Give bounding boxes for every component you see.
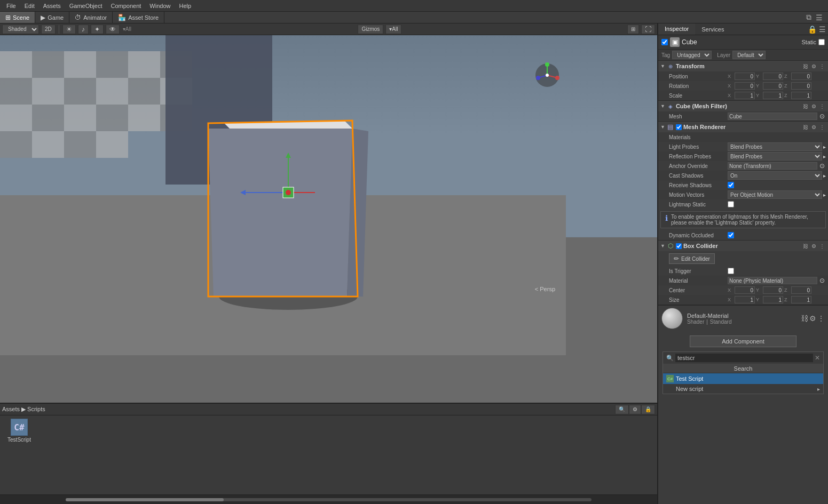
- material-settings-icon[interactable]: ⚙: [809, 314, 816, 323]
- mr-link-icon[interactable]: ⛓: [802, 124, 809, 130]
- layer-select[interactable]: Default: [732, 51, 766, 59]
- dropdown-clear-icon[interactable]: ✕: [813, 354, 822, 362]
- tab-game[interactable]: ▶ Game: [35, 12, 69, 23]
- scale-x-input[interactable]: [735, 92, 755, 99]
- mesh-renderer-header[interactable]: ▼ ▤ Mesh Renderer ⛓ ⚙ ⋮: [658, 122, 828, 132]
- anchor-select-icon[interactable]: ⊙: [818, 162, 826, 170]
- motion-vectors-select[interactable]: Per Object Motion: [728, 190, 822, 199]
- position-z-input[interactable]: [791, 73, 811, 80]
- lightmap-static-checkbox[interactable]: [728, 201, 734, 207]
- transform-link-icon[interactable]: ⛓: [802, 63, 809, 69]
- mesh-filter-link-icon[interactable]: ⛓: [802, 103, 809, 109]
- asset-scrollbar[interactable]: [0, 494, 657, 504]
- edit-collider-btn[interactable]: ✏ Edit Collider: [669, 253, 715, 264]
- mesh-select-icon[interactable]: ⊙: [818, 113, 826, 120]
- menu-assets[interactable]: Assets: [39, 2, 65, 10]
- transform-settings-icon[interactable]: ⚙: [810, 63, 817, 69]
- asset-options-btn[interactable]: ⚙: [629, 405, 641, 414]
- size-z-input[interactable]: [791, 296, 811, 303]
- scale-z-input[interactable]: [791, 92, 811, 99]
- material-overflow-icon[interactable]: ⋮: [817, 314, 825, 323]
- tag-select[interactable]: Untagged: [672, 51, 712, 59]
- layout-btn[interactable]: ⊞: [627, 25, 639, 34]
- bc-overflow-icon[interactable]: ⋮: [818, 243, 826, 249]
- dropdown-item-new-script[interactable]: New script ▸: [663, 384, 823, 394]
- hidden-btn[interactable]: 👁: [106, 25, 120, 34]
- dynamic-occluded-checkbox[interactable]: [728, 232, 734, 238]
- center-y-input[interactable]: [763, 286, 783, 294]
- receive-shadows-checkbox[interactable]: [728, 182, 734, 188]
- overflow-icon[interactable]: ☰: [814, 13, 825, 22]
- all-btn[interactable]: ▾All: [385, 25, 401, 34]
- asset-item-testscript[interactable]: C# TestScript: [3, 419, 35, 443]
- audio-btn[interactable]: ♪: [78, 25, 89, 34]
- bc-link-icon[interactable]: ⛓: [802, 243, 809, 249]
- bc-settings-icon[interactable]: ⚙: [810, 243, 817, 249]
- static-checkbox[interactable]: [818, 39, 825, 45]
- light-probes-label: Light Probes: [669, 144, 728, 150]
- tab-asset-store[interactable]: 🏪 Asset Store: [113, 12, 164, 23]
- light-btn[interactable]: ☀: [62, 25, 76, 34]
- material-link-icon[interactable]: ⛓: [801, 314, 808, 323]
- object-active-checkbox[interactable]: [661, 39, 668, 45]
- box-collider-header[interactable]: ▼ ⬡ Box Collider ⛓ ⚙ ⋮: [658, 241, 828, 251]
- mesh-filter-overflow-icon[interactable]: ⋮: [818, 103, 826, 109]
- motion-vectors-label: Motion Vectors: [669, 192, 728, 198]
- dropdown-item-testscript[interactable]: C# Test Script: [663, 373, 823, 384]
- asset-search-btn[interactable]: 🔍: [615, 405, 629, 414]
- position-y-input[interactable]: [763, 73, 783, 80]
- svg-rect-2: [0, 51, 32, 78]
- center-x-input[interactable]: [735, 286, 755, 294]
- tab-services[interactable]: Services: [695, 23, 730, 35]
- menu-file[interactable]: File: [2, 2, 20, 10]
- asset-lock-btn[interactable]: 🔒: [641, 405, 655, 414]
- dropdown-search-input[interactable]: [675, 354, 813, 362]
- anchor-override-input[interactable]: [728, 162, 817, 170]
- gizmos-btn[interactable]: Gizmos: [358, 25, 383, 34]
- mr-settings-icon[interactable]: ⚙: [810, 124, 817, 130]
- vfx-btn[interactable]: ✦: [91, 25, 104, 34]
- cast-shadows-select[interactable]: On: [728, 171, 822, 180]
- scale-y-input[interactable]: [763, 92, 783, 99]
- menu-component[interactable]: Component: [106, 2, 145, 10]
- light-probes-select[interactable]: Blend Probes: [728, 142, 822, 151]
- menu-edit[interactable]: Edit: [20, 2, 39, 10]
- box-collider-checkbox[interactable]: [676, 243, 682, 249]
- 2d-toggle[interactable]: 2D: [41, 25, 56, 34]
- maximize-icon[interactable]: ⧉: [804, 13, 814, 22]
- rotation-y-input[interactable]: [763, 82, 783, 90]
- size-y-input[interactable]: [763, 296, 783, 303]
- scene-view[interactable]: < Persp: [0, 35, 657, 403]
- cs-arrow-icon[interactable]: ▸: [823, 173, 826, 179]
- fullscreen-btn[interactable]: ⛶: [641, 25, 655, 34]
- menu-window[interactable]: Window: [145, 2, 175, 10]
- tab-animator[interactable]: ⏱ Animator: [69, 12, 113, 23]
- menu-gameobject[interactable]: GameObject: [65, 2, 107, 10]
- position-x-input[interactable]: [735, 73, 755, 80]
- shading-select[interactable]: Shaded: [2, 25, 39, 34]
- transform-overflow-icon[interactable]: ⋮: [818, 63, 826, 69]
- mv-arrow-icon[interactable]: ▸: [823, 192, 826, 198]
- inspector-lock-icon[interactable]: 🔒: [808, 25, 817, 34]
- is-trigger-checkbox[interactable]: [728, 268, 734, 274]
- rotation-x-input[interactable]: [735, 82, 755, 90]
- inspector-more-icon[interactable]: ☰: [819, 25, 826, 34]
- rotation-z-input[interactable]: [791, 82, 811, 90]
- mesh-input[interactable]: [728, 113, 817, 120]
- collider-material-select-icon[interactable]: ⊙: [818, 277, 826, 284]
- mesh-renderer-checkbox[interactable]: [676, 124, 682, 130]
- mr-overflow-icon[interactable]: ⋮: [818, 124, 826, 130]
- center-z-input[interactable]: [791, 286, 811, 294]
- tab-scene[interactable]: ⊞ Scene: [0, 12, 35, 23]
- lp-arrow-icon[interactable]: ▸: [823, 144, 826, 150]
- reflection-probes-select[interactable]: Blend Probes: [728, 152, 822, 161]
- collider-material-input[interactable]: [728, 277, 817, 284]
- add-component-btn[interactable]: Add Component: [690, 335, 797, 347]
- tab-inspector[interactable]: Inspector: [658, 23, 695, 35]
- menu-help[interactable]: Help: [175, 2, 195, 10]
- size-x-input[interactable]: [735, 296, 755, 303]
- mesh-filter-settings-icon[interactable]: ⚙: [810, 103, 817, 109]
- transform-header[interactable]: ▼ ⊕ Transform ⛓ ⚙ ⋮: [658, 61, 828, 71]
- rp-arrow-icon[interactable]: ▸: [823, 154, 826, 159]
- mesh-filter-header[interactable]: ▼ ◈ Cube (Mesh Filter) ⛓ ⚙ ⋮: [658, 101, 828, 111]
